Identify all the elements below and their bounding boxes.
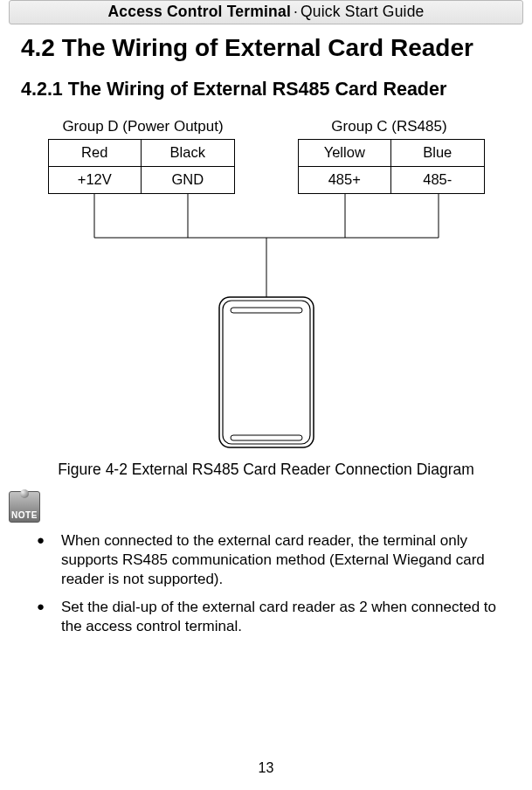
header-title-rest: Quick Start Guide	[301, 3, 425, 20]
group-c-table: Yellow Blue 485+ 485-	[298, 139, 485, 194]
heading-2: 4.2.1 The Wiring of External RS485 Card …	[21, 78, 511, 102]
group-d-table: Red Black +12V GND	[48, 139, 235, 194]
pin-icon	[20, 489, 29, 498]
gd-color-1: Red	[48, 139, 142, 166]
wiring-diagram: Group D (Power Output) Group C (RS485) R…	[48, 118, 485, 452]
gc-color-2: Blue	[391, 139, 485, 166]
page-number: 13	[0, 760, 532, 776]
figure-caption: Figure 4-2 External RS485 Card Reader Co…	[0, 461, 532, 479]
gd-signal-2: GND	[142, 166, 235, 193]
gc-signal-1: 485+	[298, 166, 391, 193]
svg-rect-7	[223, 301, 310, 444]
group-d-label: Group D (Power Output)	[52, 118, 235, 135]
wiring-svg	[48, 194, 485, 452]
group-c-label: Group C (RS485)	[298, 118, 481, 135]
svg-rect-9	[231, 435, 302, 440]
header-title-bold: Access Control Terminal	[107, 3, 290, 20]
header-sep: ·	[291, 3, 301, 20]
note-icon-label: NOTE	[11, 510, 38, 522]
notes-list: When connected to the external card read…	[17, 531, 515, 636]
note-icon: NOTE	[9, 491, 40, 523]
svg-rect-8	[231, 308, 302, 313]
note-item-2: Set the dial-up of the external card rea…	[17, 598, 515, 636]
svg-rect-6	[219, 297, 314, 447]
note-item-1: When connected to the external card read…	[17, 531, 515, 589]
heading-1: 4.2 The Wiring of External Card Reader	[21, 33, 511, 62]
gd-signal-1: +12V	[48, 166, 142, 193]
gc-color-1: Yellow	[298, 139, 391, 166]
gd-color-2: Black	[142, 139, 235, 166]
document-header: Access Control Terminal·Quick Start Guid…	[9, 0, 523, 24]
gc-signal-2: 485-	[391, 166, 485, 193]
card-reader-device	[219, 297, 314, 447]
